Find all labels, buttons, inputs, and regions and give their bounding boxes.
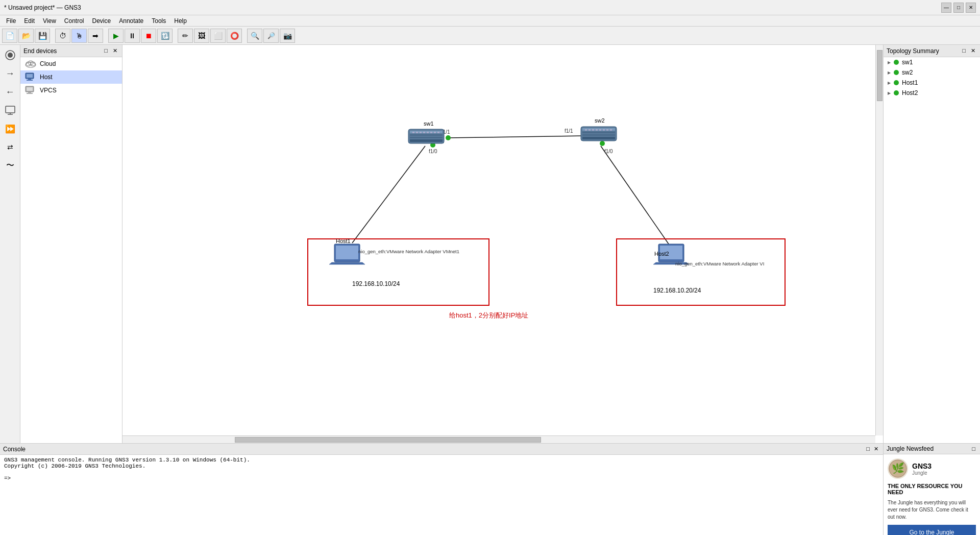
svg-rect-35: [582, 132, 615, 133]
stop-all-button[interactable]: ⏹: [141, 29, 156, 43]
zoom-in-button[interactable]: 🔍: [247, 29, 262, 43]
draw-ellipse-button[interactable]: ⭕: [227, 29, 242, 43]
topo-item-host2[interactable]: ▶ Host2: [884, 88, 980, 98]
new-button[interactable]: 📄: [2, 29, 17, 43]
go-to-jungle-button[interactable]: Go to the Jungle: [888, 525, 976, 535]
left-sidebar: → ← ⏩ ⇄ 〜: [0, 45, 20, 443]
topo-item-sw1[interactable]: ▶ sw1: [884, 57, 980, 67]
svg-rect-32: [437, 132, 439, 133]
menu-device[interactable]: Device: [88, 16, 115, 26]
device-panel: End devices □ ✕ Cloud: [20, 45, 122, 443]
console-header: Console □ ✕: [0, 444, 883, 455]
svg-text:🌿: 🌿: [892, 462, 904, 474]
move-button[interactable]: ➡: [88, 29, 103, 43]
insert-image-button[interactable]: 🖼: [194, 29, 209, 43]
jungle-newsfeed-panel: Jungle Newsfeed □ 🌿 GNS3 Jungle: [883, 444, 980, 535]
canvas-area[interactable]: f1/0 f1/1 f1/1 f1/0: [122, 45, 883, 443]
device-cloud-label: Cloud: [40, 60, 56, 67]
svg-rect-41: [596, 129, 598, 131]
svg-rect-28: [423, 132, 425, 133]
topo-status-host2: [894, 90, 899, 95]
draw-rect-button[interactable]: ⬜: [210, 29, 226, 43]
idle-pc-button[interactable]: ⏱: [55, 29, 70, 43]
toolbar: 📄 📂 💾 ⏱ 🖱 ➡ ▶ ⏸ ⏹ 🔃 ✏ 🖼 ⬜ ⭕ 🔍 🔎 📷: [0, 27, 980, 45]
menu-control[interactable]: Control: [60, 16, 88, 26]
topo-label-host2: Host2: [902, 89, 918, 96]
annotate-button[interactable]: ✏: [178, 29, 193, 43]
console-line-4: =>: [4, 475, 879, 481]
host2-selection-box: [617, 239, 785, 305]
start-all-button[interactable]: ▶: [108, 29, 124, 43]
topo-status-sw2: [894, 70, 899, 75]
svg-rect-11: [28, 79, 31, 80]
port-label-sw2-f11: f1/1: [565, 128, 573, 134]
browse-security-button[interactable]: ⏩: [2, 120, 18, 137]
sw2-label: sw2: [595, 117, 605, 124]
device-panel-close-icon[interactable]: ✕: [111, 47, 119, 55]
svg-line-17: [352, 146, 425, 243]
minimize-button[interactable]: —: [941, 3, 951, 13]
svg-rect-29: [427, 132, 429, 133]
close-button[interactable]: ✕: [966, 3, 976, 13]
zoom-out-button[interactable]: 🔎: [263, 29, 279, 43]
host1-node[interactable]: [329, 244, 365, 264]
topology-canvas: f1/0 f1/1 f1/1 f1/0: [122, 45, 883, 443]
device-cloud[interactable]: Cloud: [20, 57, 122, 70]
menu-help[interactable]: Help: [170, 16, 191, 26]
vertical-scrollbar[interactable]: [875, 45, 883, 435]
host1-adapter: nio_gen_eth:VMware Network Adapter VMnet…: [358, 249, 459, 254]
pause-all-button[interactable]: ⏸: [125, 29, 140, 43]
app-title: * Unsaved project* — GNS3: [4, 4, 81, 11]
console-float-icon[interactable]: □: [865, 445, 871, 453]
topo-item-host1[interactable]: ▶ Host1: [884, 78, 980, 88]
console-line-1: GNS3 management console. Running GNS3 ve…: [4, 457, 879, 463]
open-button[interactable]: 📂: [18, 29, 34, 43]
topology-summary-header: Topology Summary □ ✕: [884, 45, 980, 57]
menu-annotate[interactable]: Annotate: [115, 16, 148, 26]
svg-rect-23: [410, 137, 443, 138]
browse-all-2-button[interactable]: ⇄: [2, 139, 18, 155]
maximize-button[interactable]: □: [953, 3, 964, 13]
svg-rect-37: [582, 137, 615, 139]
topo-status-sw1: [894, 60, 899, 65]
host2-ip: 192.168.10.20/24: [653, 287, 701, 294]
console-close-icon[interactable]: ✕: [872, 445, 880, 453]
browse-switches-button[interactable]: ←: [2, 84, 18, 100]
device-panel-title: End devices: [23, 47, 57, 55]
save-button[interactable]: 💾: [35, 29, 50, 43]
jungle-header: Jungle Newsfeed □: [884, 444, 980, 454]
device-host[interactable]: Host: [20, 70, 122, 84]
sw2-node[interactable]: [581, 127, 617, 141]
topology-summary-title: Topology Summary: [887, 47, 939, 55]
topo-item-sw2[interactable]: ▶ sw2: [884, 67, 980, 78]
menu-file[interactable]: File: [2, 16, 20, 26]
jungle-float-icon[interactable]: □: [970, 445, 977, 452]
annotation-text: 给host1，2分别配好IP地址: [449, 311, 528, 319]
menu-tools[interactable]: Tools: [148, 16, 170, 26]
browse-all-button[interactable]: [2, 47, 18, 63]
svg-rect-16: [27, 93, 33, 94]
jungle-content: 🌿 GNS3 Jungle THE ONLY RESOURCE YOU NEED…: [884, 454, 980, 535]
host2-adapter: nio_gen_eth:VMware Network Adapter VI: [675, 261, 764, 266]
sw1-node[interactable]: [408, 129, 444, 143]
browse-routers-button[interactable]: →: [2, 65, 18, 82]
topo-label-sw2: sw2: [902, 69, 913, 76]
reload-all-button[interactable]: 🔃: [157, 29, 173, 43]
svg-rect-30: [430, 132, 432, 133]
device-panel-float-icon[interactable]: □: [103, 47, 109, 55]
horizontal-scrollbar[interactable]: [122, 435, 875, 443]
menu-view[interactable]: View: [39, 16, 60, 26]
svg-rect-31: [434, 132, 436, 133]
topo-chevron-host1: ▶: [888, 81, 891, 85]
browse-end-devices-button[interactable]: [2, 102, 18, 118]
pointer-button[interactable]: 🖱: [71, 29, 87, 43]
menu-bar: File Edit View Control Device Annotate T…: [0, 15, 980, 27]
screenshot-button[interactable]: 📷: [280, 29, 295, 43]
topology-summary-close[interactable]: ✕: [969, 47, 977, 55]
menu-edit[interactable]: Edit: [20, 16, 39, 26]
topo-status-host1: [894, 80, 899, 85]
device-vpcs[interactable]: VPCS: [20, 84, 122, 97]
svg-line-18: [448, 136, 586, 138]
browse-misc-button[interactable]: 〜: [2, 157, 18, 174]
topology-summary-float[interactable]: □: [961, 47, 967, 55]
